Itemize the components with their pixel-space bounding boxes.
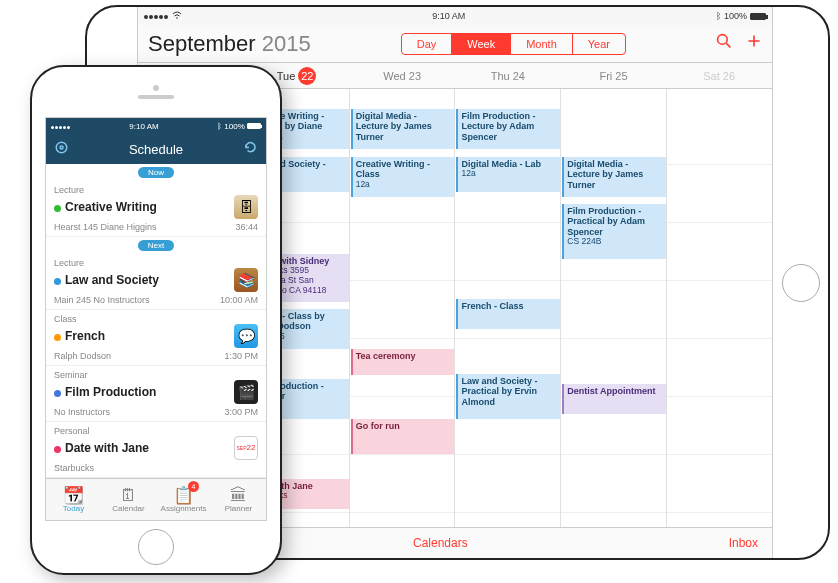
tab-calendar[interactable]: 🗓Calendar xyxy=(101,479,156,520)
wifi-icon xyxy=(172,11,182,19)
add-icon[interactable] xyxy=(746,33,762,54)
schedule-title: Schedule xyxy=(129,142,183,157)
item-time: 3:00 PM xyxy=(224,407,258,417)
section-pill: Now xyxy=(46,164,266,181)
refresh-icon[interactable] xyxy=(243,140,258,158)
tab-label: Calendar xyxy=(112,504,144,513)
item-time: 36:44 xyxy=(235,222,258,232)
schedule-item[interactable]: LectureLaw and Society📚Main 245 No Instr… xyxy=(46,254,266,310)
bluetooth-icon: ᛒ xyxy=(217,122,222,131)
calendars-button[interactable]: Calendars xyxy=(413,536,468,550)
books-icon: 📚 xyxy=(234,268,258,292)
item-meta: Hearst 145 Diane Higgins xyxy=(54,222,157,232)
calendar-event[interactable]: Go for run xyxy=(351,419,455,454)
item-meta: No Instructors xyxy=(54,407,110,417)
seg-year[interactable]: Year xyxy=(573,34,625,54)
schedule-list[interactable]: NowLectureCreative Writing🗄Hearst 145 Di… xyxy=(46,164,266,478)
svg-point-1 xyxy=(718,35,728,45)
svg-point-2 xyxy=(56,142,67,153)
ipad-status-time: 9:10 AM xyxy=(432,11,465,21)
item-category: Lecture xyxy=(54,258,258,268)
ipad-navbar: September 2015 Day Week Month Year xyxy=(138,25,772,63)
item-category: Lecture xyxy=(54,185,258,195)
tab-icon: 📆 xyxy=(63,487,84,504)
calendar-event[interactable]: Dentist Appointment xyxy=(562,384,666,414)
schedule-item[interactable]: PersonalDate with JaneSEP22Starbucks xyxy=(46,422,266,478)
seg-week[interactable]: Week xyxy=(452,34,511,54)
item-title: Date with Jane xyxy=(54,441,149,455)
drawer-icon: 🗄 xyxy=(234,195,258,219)
section-pill: Next xyxy=(46,237,266,254)
day-header-cell[interactable]: Thu 24 xyxy=(455,63,561,88)
ipad-statusbar: 9:10 AM ᛒ 100% xyxy=(138,7,772,25)
item-category: Class xyxy=(54,314,258,324)
bluetooth-icon: ᛒ xyxy=(716,11,721,21)
film-icon: 🎬 xyxy=(234,380,258,404)
iphone-home-button[interactable] xyxy=(138,529,174,565)
schedule-item[interactable]: ClassFrench💬Ralph Dodson1:30 PM xyxy=(46,310,266,366)
ipad-home-button[interactable] xyxy=(782,264,820,302)
item-meta: Ralph Dodson xyxy=(54,351,111,361)
item-meta: Starbucks xyxy=(54,463,94,473)
item-title: Law and Society xyxy=(54,273,159,287)
calendar-event[interactable]: Creative Writing - Class12a xyxy=(351,157,455,197)
chat-icon: 💬 xyxy=(234,324,258,348)
item-time: 1:30 PM xyxy=(224,351,258,361)
svg-point-3 xyxy=(60,146,63,149)
iphone-statusbar: 9:10 AM ᛒ 100% xyxy=(46,118,266,134)
view-segmented-control[interactable]: Day Week Month Year xyxy=(401,33,626,55)
seg-day[interactable]: Day xyxy=(402,34,453,54)
schedule-item[interactable]: SeminarFilm Production🎬No Instructors3:0… xyxy=(46,366,266,422)
tab-today[interactable]: 📆Today xyxy=(46,479,101,520)
seg-month[interactable]: Month xyxy=(511,34,573,54)
tab-label: Planner xyxy=(225,504,253,513)
tab-icon: 🗓 xyxy=(120,487,137,504)
schedule-item[interactable]: LectureCreative Writing🗄Hearst 145 Diane… xyxy=(46,181,266,237)
tab-planner[interactable]: 🏛Planner xyxy=(211,479,266,520)
day-column[interactable]: Film Production - Lecture by Adam Spence… xyxy=(455,89,561,527)
calendar-event[interactable]: Digital Media - Lecture by James Turner xyxy=(562,157,666,197)
calendar-event[interactable]: French - Class xyxy=(456,299,560,329)
tab-label: Assignments xyxy=(161,504,207,513)
calendar-event[interactable]: Digital Media - Lab12a xyxy=(456,157,560,192)
calendar-event[interactable]: Digital Media - Lecture by James Turner xyxy=(351,109,455,149)
search-icon[interactable] xyxy=(716,33,732,54)
item-category: Personal xyxy=(54,426,258,436)
day-header-cell[interactable]: Sat 26 xyxy=(666,63,772,88)
item-time: 10:00 AM xyxy=(220,295,258,305)
day-header-cell[interactable]: Wed 23 xyxy=(349,63,455,88)
inbox-button[interactable]: Inbox xyxy=(729,536,758,550)
tab-assignments[interactable]: 📋Assignments4 xyxy=(156,479,211,520)
iphone-navbar: Schedule xyxy=(46,134,266,164)
svg-point-0 xyxy=(176,17,178,19)
item-meta: Main 245 No Instructors xyxy=(54,295,150,305)
iphone-screen: 9:10 AM ᛒ 100% Schedule NowLectureCreati… xyxy=(45,117,267,521)
day-column[interactable] xyxy=(667,89,772,527)
tab-badge: 4 xyxy=(188,481,199,492)
item-category: Seminar xyxy=(54,370,258,380)
item-title: Creative Writing xyxy=(54,200,157,214)
day-column[interactable]: Digital Media - Lecture by James TurnerC… xyxy=(350,89,456,527)
tab-label: Today xyxy=(63,504,84,513)
iphone-tabbar: 📆Today🗓Calendar📋Assignments4🏛Planner xyxy=(46,478,266,520)
cal-icon: SEP22 xyxy=(234,436,258,460)
day-column[interactable]: Digital Media - Lecture by James TurnerF… xyxy=(561,89,667,527)
battery-icon xyxy=(247,123,261,129)
iphone-status-time: 9:10 AM xyxy=(129,122,158,131)
item-title: French xyxy=(54,329,105,343)
calendar-event[interactable]: Law and Society - Practical by Ervin Alm… xyxy=(456,374,560,419)
battery-icon xyxy=(750,13,766,20)
item-title: Film Production xyxy=(54,385,156,399)
settings-icon[interactable] xyxy=(54,140,69,158)
calendar-event[interactable]: Tea ceremony xyxy=(351,349,455,375)
calendar-title: September 2015 xyxy=(148,31,311,57)
calendar-event[interactable]: Film Production - Lecture by Adam Spence… xyxy=(456,109,560,149)
iphone-device: 9:10 AM ᛒ 100% Schedule NowLectureCreati… xyxy=(30,65,282,575)
day-header-cell[interactable]: Fri 25 xyxy=(561,63,667,88)
calendar-event[interactable]: Film Production - Practical by Adam Spen… xyxy=(562,204,666,259)
tab-icon: 🏛 xyxy=(230,487,247,504)
